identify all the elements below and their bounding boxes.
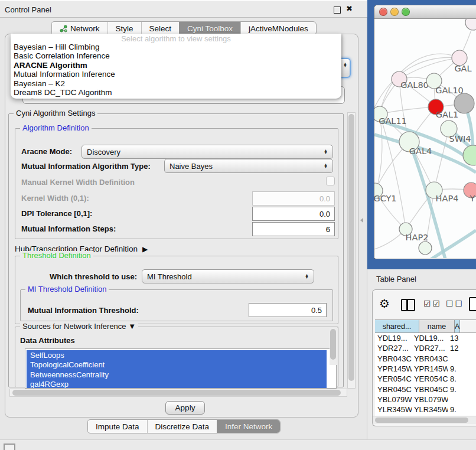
table-toolbar: ⚙ ☑☑ ☐☐ — [373, 292, 476, 316]
algorithm-option[interactable]: ARACNE Algorithm — [14, 61, 338, 70]
attribute-list-item[interactable]: SelfLoops — [27, 350, 327, 360]
table-body: YDL19... YDL19... 13 YDR27... YDR27... 1… — [375, 333, 476, 416]
which-threshold-select[interactable]: MI Threshold ▲▼ — [142, 269, 314, 283]
mi-threshold-input[interactable]: 0.5 — [249, 303, 327, 317]
combo-arrows-icon: ▲▼ — [324, 164, 328, 169]
table-row[interactable]: YBR043C YBR043C — [375, 354, 476, 364]
network-node[interactable] — [463, 145, 476, 165]
columns-icon[interactable] — [401, 299, 415, 311]
control-panel-titlebar: Control Panel ✖ — [0, 0, 367, 18]
network-node[interactable] — [465, 19, 476, 30]
combo-arrows-icon: ▲▼ — [305, 274, 309, 279]
export-table-icon[interactable] — [469, 297, 476, 311]
tab-label: Network — [70, 24, 100, 33]
control-panel: Control Panel ✖ Network — [0, 0, 367, 439]
split-pane-handle[interactable] — [360, 218, 363, 223]
mi-threshold-definition-group: MI Threshold Definition Mutual Informati… — [20, 289, 333, 321]
dropdown-placeholder: Select algorithm to view settings — [11, 34, 341, 43]
network-node-label: GAL4 — [409, 146, 432, 156]
collapse-arrow-icon[interactable]: ▼ — [128, 322, 136, 331]
dpi-tolerance-input[interactable]: 0.0 — [252, 207, 335, 221]
combo-arrows-icon: ▲▼ — [324, 149, 328, 155]
algorithm-option[interactable]: Basic Correlation Inference — [14, 51, 338, 60]
cyni-algorithm-settings-group: Cyni Algorithm Settings Algorithm Defini… — [8, 113, 344, 387]
close-icon[interactable]: ✖ — [346, 4, 353, 13]
threshold-definition-group: Threshold Definition Which threshold to … — [15, 256, 338, 324]
deselect-all-icon[interactable]: ☐☐ — [446, 299, 464, 308]
algorithm-dropdown-list: Select algorithm to view settings Bayesi… — [11, 34, 341, 99]
algorithm-option[interactable]: Mutual Information Inference — [14, 70, 338, 79]
network-edge — [380, 107, 436, 114]
control-panel-tab[interactable]: Select — [141, 22, 180, 35]
sources-group: Sources for Network Inference ▼ Data Att… — [15, 327, 338, 387]
select-all-icon[interactable]: ☑☑ — [423, 299, 442, 308]
attribute-list-item[interactable]: gal4RGexp — [27, 380, 327, 389]
settings-horizontal-scrollbar[interactable] — [9, 389, 347, 397]
cyni-bottom-tabbar: Impute Data Discretize Data Infer Networ… — [87, 419, 281, 433]
table-column-header[interactable]: name — [419, 320, 455, 332]
network-node-label: HAP2 — [406, 233, 429, 242]
table-row[interactable]: YDR27... YDR27... 12 — [375, 343, 476, 353]
network-node[interactable] — [419, 242, 432, 255]
tab-label: Discretize Data — [155, 422, 210, 431]
control-panel-tab[interactable]: Network — [51, 22, 107, 35]
network-node-label: GAL11 — [379, 116, 407, 126]
table-horizontal-scrollbar[interactable] — [373, 416, 476, 424]
data-attributes-list[interactable]: SelfLoops TopologicalCoefficient Between… — [25, 348, 337, 389]
close-traffic-light[interactable] — [379, 8, 387, 16]
aracne-mode-label: Aracne Mode: — [21, 147, 72, 156]
network-node-label: GAL — [454, 64, 471, 73]
group-title: Algorithm Definition — [20, 123, 92, 132]
network-svg: GALGAL80GAL10GAL1GAL11SWI4GAL4GCY1HAP4YH… — [374, 19, 476, 258]
algorithm-option[interactable]: Dream8 DC_TDC Algorithm — [14, 88, 338, 97]
dock-panel-icon[interactable] — [4, 444, 15, 450]
control-panel-tab[interactable]: Cyni Toolbox — [179, 22, 240, 35]
network-view-window[interactable]: GALGAL80GAL10GAL1GAL11SWI4GAL4GCY1HAP4YH… — [374, 5, 476, 259]
manual-kernel-width-checkbox[interactable] — [326, 177, 335, 185]
minimize-traffic-light[interactable] — [390, 8, 399, 16]
kernel-width-input[interactable]: 0.0 — [252, 191, 335, 206]
cyni-bottom-tab[interactable]: Discretize Data — [147, 420, 217, 433]
gear-icon[interactable]: ⚙ — [379, 296, 390, 311]
table-column-header[interactable]: shared... — [375, 320, 419, 332]
apply-button[interactable]: Apply — [165, 401, 205, 415]
algorithm-option[interactable]: Bayesian – Hill Climbing — [14, 43, 338, 51]
network-window-titlebar[interactable] — [374, 5, 476, 19]
table-row[interactable]: YLR345W YLR345W 9. — [375, 405, 476, 415]
network-node-label: HAP4 — [436, 194, 459, 203]
algorithm-definition-group: Algorithm Definition Aracne Mode: Discov… — [15, 128, 338, 239]
node-attribute-table: shared... name A YDL19... YDL19... 13 YD — [375, 319, 476, 416]
algorithm-option[interactable]: Bayesian – K2 — [14, 79, 338, 88]
settings-vertical-scrollbar[interactable] — [347, 112, 356, 389]
control-panel-tab[interactable]: Style — [107, 22, 141, 35]
attribute-list-item[interactable]: BetweennessCentrality — [27, 370, 327, 380]
table-column-header[interactable]: A — [455, 320, 460, 332]
group-title: Cyni Algorithm Settings — [14, 109, 97, 118]
status-strip — [0, 439, 476, 450]
table-row[interactable]: YER054C YER054C 8. — [375, 374, 476, 384]
expand-arrow-icon[interactable]: ▶ — [142, 245, 148, 253]
cyni-bottom-tab[interactable]: Impute Data — [87, 420, 147, 433]
tab-label: jActiveMNodules — [249, 24, 308, 33]
network-node[interactable] — [454, 93, 474, 113]
table-row[interactable]: YBL079W YBL079W — [375, 394, 476, 405]
tab-label: Infer Network — [225, 422, 272, 431]
mi-algorithm-type-select[interactable]: Naive Bayes ▲▼ — [164, 159, 333, 173]
table-row[interactable]: YPR145W YPR145W 9. — [375, 364, 476, 374]
table-panel-title: Table Panel — [376, 275, 416, 283]
cyni-bottom-tab[interactable]: Infer Network — [217, 420, 280, 433]
control-panel-tab[interactable]: jActiveMNodules — [240, 22, 316, 35]
aracne-mode-select[interactable]: Discovery ▲▼ — [81, 145, 333, 159]
table-header-row: shared... name A — [375, 319, 476, 333]
network-canvas[interactable]: GALGAL80GAL10GAL1GAL11SWI4GAL4GCY1HAP4YH… — [374, 19, 476, 258]
float-window-icon[interactable] — [334, 6, 341, 14]
zoom-traffic-light[interactable] — [402, 8, 410, 16]
network-node-label: GAL80 — [400, 80, 429, 90]
attribute-list-item[interactable]: TopologicalCoefficient — [27, 360, 327, 370]
mi-steps-input[interactable]: 6 — [252, 222, 335, 236]
table-row[interactable]: YDL19... YDL19... 13 — [375, 333, 476, 343]
group-title: Threshold Definition — [20, 251, 93, 260]
attributes-vertical-scrollbar[interactable] — [330, 328, 337, 365]
tab-label: Impute Data — [96, 422, 139, 431]
table-row[interactable]: YBR045C YBR045C 9. — [375, 384, 476, 394]
